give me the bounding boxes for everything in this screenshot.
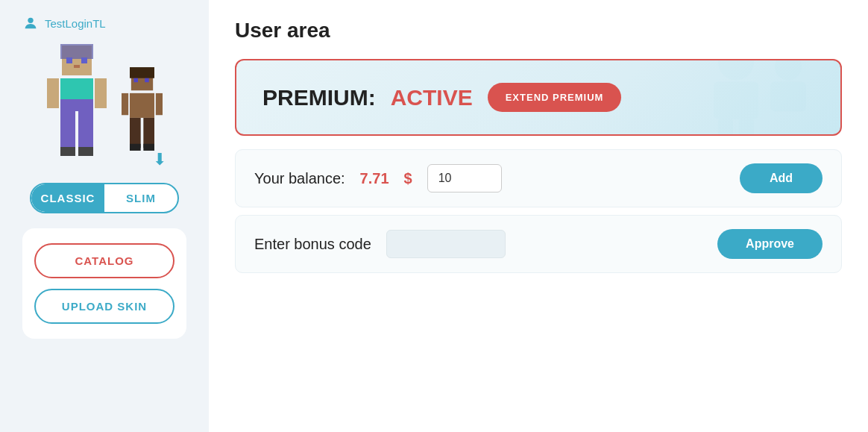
svg-rect-10	[60, 111, 75, 153]
sidebar-panel: CATALOG UPLOAD SKIN	[22, 228, 186, 339]
svg-point-30	[775, 59, 802, 80]
svg-rect-4	[81, 57, 87, 63]
svg-rect-15	[130, 67, 154, 78]
balance-currency: $	[404, 170, 412, 187]
svg-rect-3	[66, 57, 72, 63]
svg-point-26	[718, 59, 754, 80]
bonus-code-row: Enter bonus code Approve	[235, 215, 842, 273]
username-label: TestLoginTL	[45, 17, 106, 30]
svg-rect-11	[78, 111, 93, 153]
balance-label: Your balance:	[254, 170, 345, 187]
main-content: User area PREMIUM: ACTIVE EXTEND PREMIUM…	[209, 0, 868, 432]
skin-classic	[47, 43, 107, 169]
svg-rect-16	[133, 78, 138, 83]
skin-type-toggle: CLASSIC SLIM	[30, 183, 179, 213]
svg-rect-22	[130, 118, 141, 148]
balance-row: Your balance: 7.71 $ Add	[235, 149, 842, 207]
download-icon[interactable]: ⬇	[153, 150, 166, 169]
user-icon	[22, 15, 39, 31]
catalog-button[interactable]: CATALOG	[34, 243, 174, 278]
premium-label: PREMIUM:	[262, 85, 376, 110]
svg-rect-20	[122, 93, 128, 115]
bonus-code-input[interactable]	[386, 230, 506, 258]
user-info: TestLoginTL	[22, 15, 106, 31]
svg-rect-23	[143, 118, 154, 148]
svg-rect-12	[60, 147, 75, 156]
svg-point-0	[28, 18, 33, 23]
svg-rect-24	[130, 144, 141, 151]
classic-toggle-btn[interactable]: CLASSIC	[31, 184, 104, 212]
page-title: User area	[235, 19, 842, 43]
skin-preview-container: ⬇	[47, 43, 163, 169]
balance-amount-input[interactable]	[427, 164, 502, 192]
svg-rect-28	[718, 119, 733, 136]
balance-value: 7.71	[360, 170, 389, 187]
svg-rect-5	[74, 65, 80, 68]
bonus-code-label: Enter bonus code	[254, 236, 371, 253]
approve-bonus-button[interactable]: Approve	[717, 229, 823, 259]
svg-rect-7	[60, 99, 93, 111]
svg-rect-2	[60, 44, 93, 59]
svg-rect-8	[47, 78, 59, 108]
premium-banner: PREMIUM: ACTIVE EXTEND PREMIUM	[235, 59, 842, 136]
slim-toggle-btn[interactable]: SLIM	[104, 184, 177, 212]
svg-rect-9	[95, 78, 107, 108]
svg-rect-27	[714, 81, 758, 119]
svg-rect-17	[145, 78, 149, 83]
svg-rect-19	[130, 93, 154, 107]
premium-status: ACTIVE	[391, 85, 473, 110]
upload-skin-button[interactable]: UPLOAD SKIN	[34, 289, 174, 324]
svg-rect-29	[739, 119, 754, 136]
banner-bg-decoration	[706, 59, 825, 136]
svg-rect-21	[155, 93, 162, 115]
sidebar: TestLoginTL	[0, 0, 209, 432]
add-balance-button[interactable]: Add	[740, 163, 823, 193]
svg-rect-13	[78, 147, 93, 156]
svg-rect-31	[770, 81, 806, 111]
extend-premium-button[interactable]: EXTEND PREMIUM	[488, 83, 622, 112]
